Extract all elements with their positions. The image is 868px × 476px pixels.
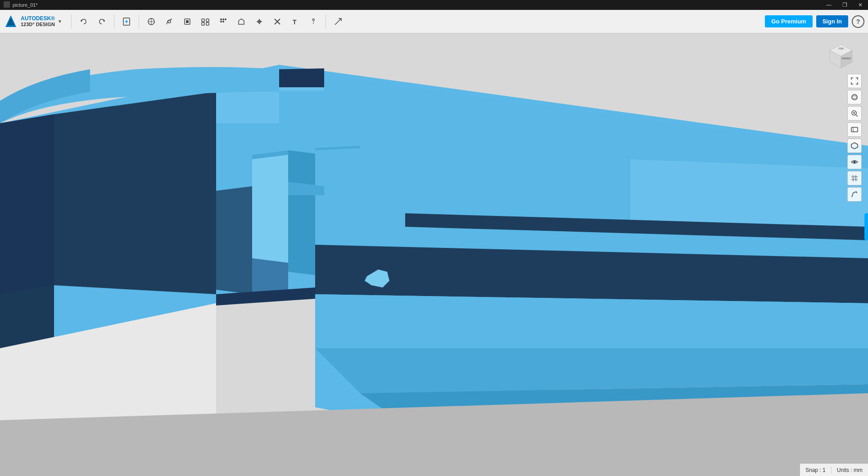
modify-icon xyxy=(183,17,192,26)
fit-button[interactable] xyxy=(847,122,862,137)
new-icon xyxy=(122,17,131,26)
undo-button[interactable] xyxy=(76,14,91,29)
snap-icon xyxy=(255,17,264,26)
view-controls xyxy=(847,74,862,202)
sketch-button[interactable] xyxy=(162,14,177,29)
svg-point-59 xyxy=(852,94,857,100)
svg-point-60 xyxy=(852,96,857,99)
svg-rect-10 xyxy=(202,19,204,22)
fit-all-button[interactable] xyxy=(847,74,862,88)
svg-text:T: T xyxy=(293,18,297,26)
svg-text:TOP: TOP xyxy=(838,47,844,50)
svg-point-14 xyxy=(220,18,222,20)
svg-marker-67 xyxy=(851,143,858,149)
redo-button[interactable] xyxy=(94,14,109,29)
adjust-icon xyxy=(201,17,210,26)
premium-button[interactable]: Go Premium xyxy=(765,15,812,27)
statusbar-sep xyxy=(831,467,832,474)
separator-1 xyxy=(71,14,72,29)
svg-point-68 xyxy=(854,161,856,163)
pattern-button[interactable] xyxy=(216,14,231,29)
right-panel-tab[interactable] xyxy=(864,213,868,240)
snap-status[interactable]: Snap : 1 xyxy=(805,467,826,473)
header-right: Go Premium Sign In ? xyxy=(765,15,864,28)
sketch-view-button[interactable] xyxy=(847,187,862,202)
statusbar: Snap : 1 Units : mm xyxy=(800,463,868,476)
svg-point-17 xyxy=(220,21,222,22)
nav-cube-svg: TOP FRONT xyxy=(827,42,854,69)
undo-icon xyxy=(80,18,88,26)
logo-icon xyxy=(4,14,18,29)
help-tool-button[interactable] xyxy=(306,14,321,29)
adjust-button[interactable] xyxy=(198,14,213,29)
svg-point-21 xyxy=(313,23,314,24)
titlebar-controls: — ❐ ✕ xyxy=(824,2,864,8)
svg-point-18 xyxy=(222,21,224,22)
visibility-button[interactable] xyxy=(847,155,862,169)
group-button[interactable] xyxy=(234,14,249,29)
svg-rect-13 xyxy=(206,22,209,25)
minimize-button[interactable]: — xyxy=(824,2,833,8)
svg-marker-50 xyxy=(216,258,252,294)
modify-button[interactable] xyxy=(180,14,195,29)
svg-rect-12 xyxy=(202,22,204,25)
view-cube-button[interactable] xyxy=(847,139,862,153)
new-button[interactable] xyxy=(119,14,134,29)
text-icon: T xyxy=(291,17,300,26)
text-button[interactable]: T xyxy=(288,14,303,29)
svg-point-15 xyxy=(222,18,224,20)
help-button[interactable]: ? xyxy=(852,15,864,28)
nav-cube[interactable]: TOP FRONT xyxy=(827,42,854,69)
app-menu-dropdown[interactable]: ▼ xyxy=(58,19,62,24)
svg-marker-28 xyxy=(54,92,216,294)
titlebar: picture_01* — ❐ ✕ xyxy=(0,0,868,10)
svg-marker-40 xyxy=(0,114,54,294)
app-logo: AUTODESK® 123D° DESIGN ▼ xyxy=(4,14,62,29)
svg-marker-33 xyxy=(216,186,252,267)
sketch-icon xyxy=(165,17,174,26)
help-tool-icon xyxy=(309,17,318,26)
group-icon xyxy=(237,17,246,26)
svg-rect-0 xyxy=(4,1,10,8)
svg-marker-41 xyxy=(279,68,324,87)
restore-button[interactable]: ❐ xyxy=(841,2,849,8)
svg-point-7 xyxy=(168,20,171,23)
primitives-button[interactable] xyxy=(144,14,159,29)
separator-3 xyxy=(139,14,139,29)
delete-button[interactable] xyxy=(270,14,285,29)
units-label[interactable]: Units : mm xyxy=(837,467,863,473)
titlebar-title: picture_01* xyxy=(13,2,824,8)
close-button[interactable]: ✕ xyxy=(856,2,864,8)
separator-2 xyxy=(114,14,114,29)
primitives-icon xyxy=(147,17,156,26)
separator-4 xyxy=(326,14,326,29)
delete-icon xyxy=(273,17,282,26)
main-toolbar: AUTODESK® 123D° DESIGN ▼ xyxy=(0,10,868,33)
grid-button[interactable] xyxy=(847,171,862,185)
redo-icon xyxy=(98,18,106,26)
svg-rect-9 xyxy=(186,20,189,23)
svg-rect-65 xyxy=(851,127,858,132)
units-status[interactable]: Units : mm xyxy=(837,467,863,473)
send-to-button[interactable] xyxy=(330,14,346,29)
svg-marker-51 xyxy=(252,258,288,294)
send-to-icon xyxy=(333,17,343,27)
zoom-button[interactable] xyxy=(847,106,862,121)
svg-rect-11 xyxy=(206,19,209,22)
snap-button[interactable] xyxy=(252,14,267,29)
svg-marker-30 xyxy=(252,150,288,272)
orbit-button[interactable] xyxy=(847,90,862,104)
pattern-icon xyxy=(219,17,228,26)
snap-label[interactable]: Snap : 1 xyxy=(805,467,826,473)
signin-button[interactable]: Sign In xyxy=(816,15,848,27)
app-icon xyxy=(4,1,10,9)
svg-marker-42 xyxy=(279,87,324,91)
viewport[interactable]: TOP FRONT xyxy=(0,33,868,476)
3d-model xyxy=(0,33,868,476)
svg-marker-29 xyxy=(216,87,279,123)
svg-line-62 xyxy=(856,115,858,117)
logo-text: AUTODESK® 123D° DESIGN xyxy=(21,15,55,28)
svg-text:FRONT: FRONT xyxy=(842,57,851,60)
svg-point-16 xyxy=(225,18,226,20)
svg-line-73 xyxy=(851,175,858,181)
